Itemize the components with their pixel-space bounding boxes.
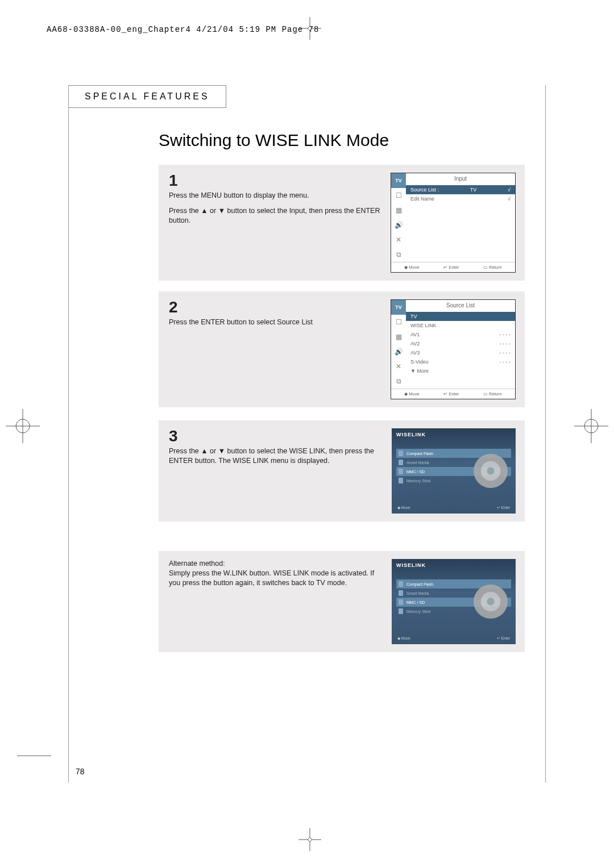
card-icon <box>399 460 403 465</box>
wl-footer-move: ◆ Move <box>397 506 410 510</box>
osd-row-arrow: √ <box>508 196 511 202</box>
step-2-block: 2 Press the ENTER button to select Sourc… <box>159 291 525 407</box>
osd-footer-return: ▭ Return <box>483 265 502 270</box>
osd-footer-enter: ↵ Enter <box>443 265 459 270</box>
osd-row-value: TV <box>470 187 477 193</box>
osd-tab-tv: TV <box>391 300 406 315</box>
wiselink-logo: WISELINK <box>396 562 511 568</box>
wl-footer-move: ◆ Move <box>397 636 410 641</box>
osd-row-more: ▼ More <box>409 366 512 375</box>
osd-tab-icon: 🔊 <box>391 218 406 232</box>
osd-footer-move: ◆ Move <box>404 265 419 270</box>
step-3-text: 3 Press the ▲ or ▼ button to select the … <box>169 428 385 514</box>
page-title: Switching to WISE LINK Mode <box>159 131 389 150</box>
wiselink-screen: WISELINK Compact Flash Smart Media MMC /… <box>392 428 516 514</box>
osd-tab-icon: 🔊 <box>391 344 406 359</box>
disc-graphic <box>474 454 508 488</box>
osd-tab-icon: ✕ <box>391 359 406 374</box>
alternate-p: Alternate method: Simply press the W.LIN… <box>169 559 385 588</box>
osd-sourcelist-menu: TV ☐ ▦ 🔊 ✕ ⧉ Source List TV WISE LINK AV… <box>391 299 516 399</box>
step-3-p1: Press the ▲ or ▼ button to select the WI… <box>169 446 385 466</box>
osd-row-editname: Edit Name √ <box>409 194 512 203</box>
step-2-p1: Press the ENTER button to select Source … <box>169 318 384 327</box>
wiselink-footer: ◆ Move ↵ Enter <box>397 506 510 510</box>
step-1-p2: Press the ▲ or ▼ button to select the In… <box>169 206 384 226</box>
osd-footer-return: ▭ Return <box>483 391 502 397</box>
card-icon <box>399 599 403 605</box>
alternate-text: Alternate method: Simply press the W.LIN… <box>169 559 385 644</box>
card-icon <box>399 450 403 456</box>
wl-footer-enter: ↵ Enter <box>497 636 510 641</box>
osd-tab-icon: ⧉ <box>391 374 406 389</box>
osd-footer-move: ◆ Move <box>404 391 419 397</box>
step-3-block: 3 Press the ▲ or ▼ button to select the … <box>159 420 525 521</box>
step-2-text: 2 Press the ENTER button to select Sourc… <box>169 299 384 399</box>
osd-row-wiselink: WISE LINK <box>409 321 512 330</box>
step-1-text: 1 Press the MENU button to display the m… <box>169 173 384 273</box>
step-3-num: 3 <box>169 428 385 444</box>
osd-title: Input <box>406 173 515 184</box>
card-icon <box>399 478 403 483</box>
osd-row-label: Source List : <box>410 187 439 193</box>
card-icon <box>399 608 403 614</box>
print-header: AA68-03388A-00_eng_Chapter4 4/21/04 5:19… <box>47 25 319 34</box>
osd-row-av2: AV2- - - - <box>409 339 512 348</box>
page-number: 78 <box>76 767 85 776</box>
alternate-block: Alternate method: Simply press the W.LIN… <box>159 551 525 652</box>
card-icon <box>399 469 403 474</box>
osd-row-tv: TV <box>406 312 515 321</box>
section-header: SPECIAL FEATURES <box>69 85 226 108</box>
registration-mark-right <box>574 409 608 443</box>
wiselink-footer: ◆ Move ↵ Enter <box>397 636 510 641</box>
osd-input-menu: TV ☐ ▦ 🔊 ✕ ⧉ Input Source List : TV √ <box>391 173 516 273</box>
osd-tab-icon: ▦ <box>391 203 406 218</box>
crop-mark-top <box>298 17 321 40</box>
osd-tab-icon: ✕ <box>391 232 406 247</box>
page-frame: SPECIAL FEATURES Switching to WISE LINK … <box>68 85 546 783</box>
osd-tab-icon: ⧉ <box>391 247 406 262</box>
osd-tab-icons: TV ☐ ▦ 🔊 ✕ ⧉ <box>391 300 406 389</box>
registration-mark-left <box>6 409 40 443</box>
osd-row-svideo: S-Video- - - - <box>409 357 512 366</box>
osd-row-label: Edit Name <box>410 196 434 202</box>
osd-row-arrow: √ <box>508 187 511 193</box>
crop-mark-bottom <box>298 828 321 851</box>
card-icon <box>399 590 403 596</box>
osd-footer: ◆ Move ↵ Enter ▭ Return <box>391 262 515 272</box>
trim-line <box>17 756 51 756</box>
osd-tab-icons: TV ☐ ▦ 🔊 ✕ ⧉ <box>391 173 406 262</box>
disc-graphic <box>474 585 508 619</box>
wl-footer-enter: ↵ Enter <box>497 506 510 510</box>
osd-row-av3: AV3- - - - <box>409 348 512 357</box>
card-icon <box>399 581 403 587</box>
osd-footer: ◆ Move ↵ Enter ▭ Return <box>391 389 515 399</box>
osd-title: Source List <box>406 300 515 311</box>
osd-row-av1: AV1- - - - <box>409 330 512 339</box>
step-1-num: 1 <box>169 173 384 189</box>
osd-footer-enter: ↵ Enter <box>443 391 459 397</box>
osd-row-sourcelist: Source List : TV √ <box>406 185 515 194</box>
wiselink-screen-alt: WISELINK Compact Flash Smart Media MMC /… <box>392 559 516 644</box>
step-1-block: 1 Press the MENU button to display the m… <box>159 165 525 281</box>
osd-tab-icon: ▦ <box>391 329 406 344</box>
osd-tab-icon: ☐ <box>391 315 406 329</box>
wiselink-logo: WISELINK <box>396 432 511 437</box>
step-2-num: 2 <box>169 299 384 315</box>
osd-tab-tv: TV <box>391 173 406 188</box>
osd-tab-icon: ☐ <box>391 188 406 203</box>
step-1-p1: Press the MENU button to display the men… <box>169 191 384 201</box>
